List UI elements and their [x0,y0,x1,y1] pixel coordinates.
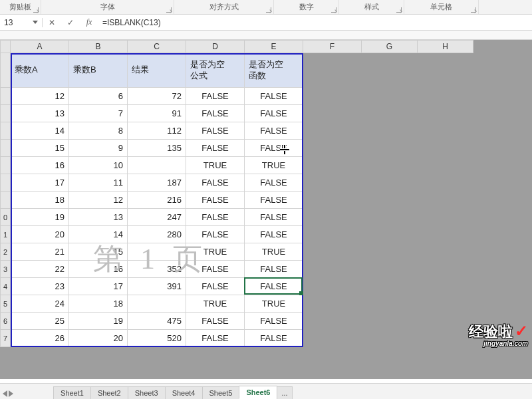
sheet-tab-sheet2[interactable]: Sheet2 [90,386,128,399]
empty-cell[interactable] [418,295,473,313]
cell-D[interactable]: TRUE [186,157,245,174]
empty-cell[interactable] [303,140,362,157]
row-header[interactable] [0,174,11,192]
row-header[interactable]: 6 [0,313,11,330]
cell-E[interactable]: FALSE [245,88,303,105]
cell-B[interactable]: 18 [69,295,128,313]
cell-B[interactable]: 20 [69,330,128,347]
empty-cell[interactable] [418,330,473,347]
cell-B[interactable]: 6 [69,88,128,105]
cell-C[interactable]: 391 [128,278,186,295]
insert-function-button[interactable]: fx [80,17,98,27]
empty-cell[interactable] [418,209,473,226]
empty-cell[interactable] [362,174,418,192]
header-A[interactable]: 乘数A [11,53,69,88]
row-header[interactable]: 0 [0,209,11,226]
empty-cell[interactable] [418,88,473,105]
empty-cell[interactable] [303,122,362,140]
cell-E[interactable]: TRUE [245,243,303,261]
empty-cell[interactable] [303,209,362,226]
cell-A[interactable]: 19 [11,209,69,226]
cell-D[interactable]: FALSE [186,261,245,278]
cell-B[interactable]: 17 [69,278,128,295]
cell-A[interactable]: 20 [11,226,69,243]
cell-E[interactable]: TRUE [245,157,303,174]
row-header[interactable]: 4 [0,278,11,295]
cell-C[interactable]: 247 [128,209,186,226]
empty-cell[interactable] [362,192,418,209]
cell-C[interactable] [128,243,186,261]
empty-cell[interactable] [362,157,418,174]
cell-D[interactable]: FALSE [186,313,245,330]
col-header-B[interactable]: B [69,40,128,53]
ribbon-group-4[interactable]: 样式 [339,0,404,14]
empty-cell[interactable] [303,330,362,347]
cell-E[interactable]: FALSE [245,313,303,330]
cell-C[interactable]: 475 [128,313,186,330]
cell-E[interactable]: FALSE [245,192,303,209]
cell-E[interactable]: FALSE [245,261,303,278]
cell-C[interactable]: 91 [128,105,186,122]
row-header[interactable] [0,157,11,174]
row-header[interactable] [0,192,11,209]
cell-B[interactable]: 15 [69,243,128,261]
cell-E[interactable]: TRUE [245,295,303,313]
col-header-C[interactable]: C [128,40,186,53]
cell-D[interactable]: FALSE [186,226,245,243]
empty-cell[interactable] [303,278,362,295]
cell-D[interactable]: FALSE [186,122,245,140]
empty-cell[interactable] [362,330,418,347]
header-B[interactable]: 乘数B [69,53,128,88]
empty-cell[interactable] [362,105,418,122]
col-header-D[interactable]: D [186,40,245,53]
empty-cell[interactable] [362,243,418,261]
cell-B[interactable]: 8 [69,122,128,140]
row-header[interactable] [0,122,11,140]
cell-E[interactable]: FALSE [245,226,303,243]
cell-A[interactable]: 24 [11,295,69,313]
empty-cell[interactable] [362,278,418,295]
empty-cell[interactable] [303,243,362,261]
cell-A[interactable]: 14 [11,122,69,140]
ribbon-group-5[interactable]: 单元格 [404,0,479,14]
dialog-launcher-icon[interactable] [266,7,271,13]
ribbon-group-1[interactable]: 字体 [41,0,174,14]
cell-D[interactable]: TRUE [186,243,245,261]
empty-cell[interactable] [418,192,473,209]
cell-C[interactable]: 187 [128,174,186,192]
cell-A[interactable]: 25 [11,313,69,330]
empty-cell[interactable] [303,157,362,174]
dialog-launcher-icon[interactable] [396,7,402,13]
empty-cell[interactable] [362,88,418,105]
row-header[interactable]: 5 [0,295,11,313]
cell-A[interactable]: 15 [11,140,69,157]
dialog-launcher-icon[interactable] [331,7,336,13]
empty-cell[interactable] [362,53,418,88]
row-header[interactable]: 3 [0,261,11,278]
cell-E[interactable]: FALSE [245,209,303,226]
col-header-A[interactable]: A [11,40,69,53]
cell-C[interactable]: 72 [128,88,186,105]
row-header[interactable] [0,53,11,88]
spreadsheet-grid[interactable]: ABCDEFGH 01234567 乘数A乘数B结果是否为空 公式是否为空 函数… [0,40,532,379]
cell-C[interactable]: 216 [128,192,186,209]
cell-C[interactable] [128,295,186,313]
tab-next-icon[interactable] [9,390,13,397]
cell-C[interactable]: 280 [128,226,186,243]
empty-cell[interactable] [418,226,473,243]
cell-A[interactable]: 23 [11,278,69,295]
cell-D[interactable]: FALSE [186,105,245,122]
tab-prev-icon[interactable] [3,390,7,397]
empty-cell[interactable] [418,313,473,330]
sheet-tab-sheet6[interactable]: Sheet6 [239,386,277,399]
cell-D[interactable]: FALSE [186,330,245,347]
cell-B[interactable]: 11 [69,174,128,192]
cell-B[interactable]: 12 [69,192,128,209]
cell-B[interactable]: 19 [69,313,128,330]
cell-C[interactable]: 135 [128,140,186,157]
ribbon-group-0[interactable]: 剪贴板 [0,0,41,14]
sheet-tab-sheet4[interactable]: Sheet4 [165,386,203,399]
cell-E[interactable]: FALSE [245,140,303,157]
cell-C[interactable]: 112 [128,122,186,140]
empty-cell[interactable] [418,261,473,278]
